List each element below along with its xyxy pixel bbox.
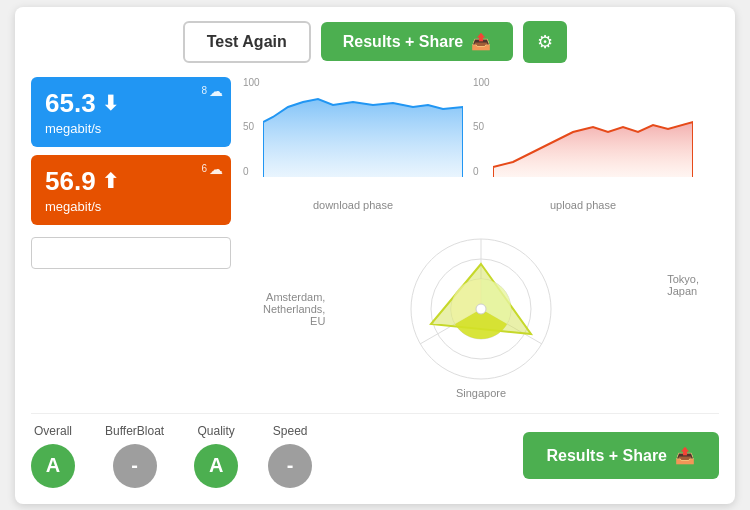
grade-label-overall: Overall: [34, 424, 72, 438]
grade-label-bufferbloat: BufferBloat: [105, 424, 164, 438]
download-arrow-icon: ⬇: [102, 91, 119, 115]
download-speed-value: 65.3 ⬇: [45, 88, 217, 119]
radar-chart-svg: [401, 229, 561, 389]
grade-badge-overall: A: [31, 444, 75, 488]
results-share-button[interactable]: Results + Share 📤: [321, 22, 514, 61]
right-panel: 100 50 0: [243, 77, 719, 399]
download-speed-box: 8 ☁ 65.3 ⬇ megabit/s: [31, 77, 231, 147]
results-share-label: Results + Share: [343, 33, 464, 51]
svg-point-7: [476, 304, 486, 314]
upload-chart: 100 50 0: [473, 77, 693, 211]
gear-icon: ⚙: [537, 31, 553, 53]
download-chart-label: download phase: [243, 199, 463, 211]
grade-item-overall: OverallA: [31, 424, 75, 488]
amsterdam-label: Amsterdam,Netherlands,EU: [263, 291, 325, 327]
upload-speed-box: 6 ☁ 56.9 ⬆ megabit/s: [31, 155, 231, 225]
upload-arrow-icon: ⬆: [102, 169, 119, 193]
share-bottom-icon: 📤: [675, 446, 695, 465]
grade-badge-bufferbloat: -: [113, 444, 157, 488]
grade-item-bufferbloat: BufferBloat-: [105, 424, 164, 488]
charts-top: 100 50 0: [243, 77, 719, 211]
bottom-row: OverallABufferBloat-QualityASpeed- Resul…: [31, 413, 719, 488]
upload-badge: 6 ☁: [201, 161, 223, 177]
search-input[interactable]: [31, 237, 231, 269]
results-share-bottom-label: Results + Share: [547, 447, 668, 465]
grade-badge-speed: -: [268, 444, 312, 488]
content-area: 8 ☁ 65.3 ⬇ megabit/s 6 ☁ 56.9 ⬆ megab: [31, 77, 719, 399]
download-unit: megabit/s: [45, 121, 217, 136]
download-chart-svg: [263, 77, 463, 177]
grade-item-speed: Speed-: [268, 424, 312, 488]
grade-label-speed: Speed: [273, 424, 308, 438]
upload-speed-value: 56.9 ⬆: [45, 166, 217, 197]
share-icon: 📤: [471, 32, 491, 51]
results-share-bottom-button[interactable]: Results + Share 📤: [523, 432, 720, 479]
grade-badge-quality: A: [194, 444, 238, 488]
grade-item-quality: QualityA: [194, 424, 238, 488]
grade-label-quality: Quality: [197, 424, 234, 438]
settings-button[interactable]: ⚙: [523, 21, 567, 63]
upload-chart-label: upload phase: [473, 199, 693, 211]
main-card: Test Again Results + Share 📤 ⚙ 8 ☁ 65.3 …: [15, 7, 735, 504]
grade-items: OverallABufferBloat-QualityASpeed-: [31, 424, 523, 488]
test-again-button[interactable]: Test Again: [183, 21, 311, 63]
tokyo-label: Tokyo,Japan: [667, 273, 699, 297]
upload-chart-svg: [493, 77, 693, 177]
singapore-label: Singapore: [456, 387, 506, 399]
download-chart: 100 50 0: [243, 77, 463, 211]
download-badge: 8 ☁: [201, 83, 223, 99]
upload-badge-count: 6: [201, 163, 207, 174]
upload-cloud-icon: ☁: [209, 161, 223, 177]
download-cloud-icon: ☁: [209, 83, 223, 99]
upload-unit: megabit/s: [45, 199, 217, 214]
header-row: Test Again Results + Share 📤 ⚙: [31, 21, 719, 63]
left-panel: 8 ☁ 65.3 ⬇ megabit/s 6 ☁ 56.9 ⬆ megab: [31, 77, 231, 399]
download-badge-count: 8: [201, 85, 207, 96]
radar-area: Amsterdam,Netherlands,EU: [243, 219, 719, 399]
